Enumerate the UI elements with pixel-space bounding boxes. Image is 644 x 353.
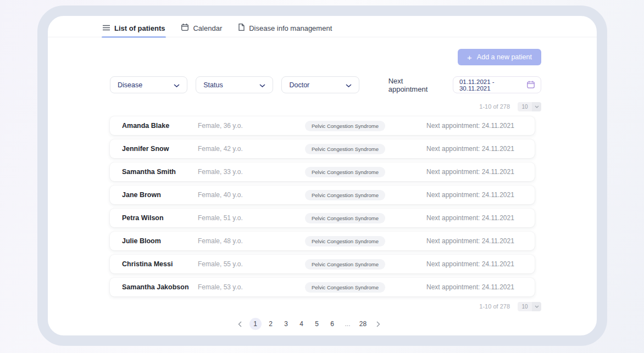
patient-appointment: Next appointment: 24.11.2021: [411, 237, 535, 245]
patient-name: Jennifer Snow: [122, 145, 198, 153]
patient-info: Female, 36 y.o.: [198, 122, 279, 130]
patient-info: Female, 55 y.o.: [198, 260, 279, 268]
next-page-button[interactable]: [373, 318, 385, 330]
page-size-value: 10: [518, 102, 532, 111]
patient-name: Jane Brown: [122, 191, 198, 199]
patient-name: Amanda Blake: [122, 122, 198, 130]
calendar-icon: [527, 81, 535, 89]
patient-info: Female, 53 y.o.: [198, 283, 279, 291]
results-range-text: 1-10 of 278: [479, 103, 510, 110]
doctor-filter-dropdown[interactable]: Doctor: [281, 76, 359, 93]
tab-disease-info-management[interactable]: Disease info management: [238, 19, 332, 37]
patient-row[interactable]: Julie Bloom Female, 48 y.o. Pelvic Conge…: [110, 232, 535, 250]
patient-name: Julie Bloom: [122, 237, 198, 245]
patient-name: Petra Wilson: [122, 214, 198, 222]
next-appointment-label: Next appointment: [388, 77, 444, 93]
disease-badge: Pelvic Congestion Syndrome: [305, 144, 385, 154]
patient-row[interactable]: Christina Messi Female, 55 y.o. Pelvic C…: [110, 255, 535, 273]
page-button-5[interactable]: 5: [311, 318, 323, 330]
calendar-icon: [181, 24, 188, 32]
list-icon: [103, 24, 110, 32]
results-range-text: 1-10 of 278: [479, 303, 510, 310]
page-button-28[interactable]: 28: [357, 318, 369, 330]
disease-badge: Pelvic Congestion Syndrome: [305, 167, 385, 177]
patient-row[interactable]: Samantha Smith Female, 33 y.o. Pelvic Co…: [110, 163, 535, 181]
disease-badge: Pelvic Congestion Syndrome: [305, 190, 385, 200]
disease-filter-label: Disease: [118, 81, 142, 89]
status-filter-label: Status: [203, 81, 223, 89]
patient-row[interactable]: Jane Brown Female, 40 y.o. Pelvic Conges…: [110, 186, 535, 204]
disease-badge: Pelvic Congestion Syndrome: [305, 282, 385, 293]
tab-bar: List of patients Calendar Disease inf: [48, 19, 597, 37]
document-icon: [238, 24, 245, 32]
patient-row[interactable]: Jennifer Snow Female, 42 y.o. Pelvic Con…: [110, 139, 535, 158]
patient-appointment: Next appointment: 24.11.2021: [411, 145, 535, 153]
chevron-down-icon: [532, 302, 541, 311]
chevron-down-icon: [259, 81, 265, 89]
patient-row[interactable]: Petra Wilson Female, 51 y.o. Pelvic Cong…: [110, 209, 535, 227]
pagination: 1 2 3 4 5 6 ... 28: [77, 318, 541, 330]
page-button-2[interactable]: 2: [265, 318, 277, 330]
app-window: List of patients Calendar Disease inf: [37, 5, 607, 346]
chevron-down-icon: [174, 81, 180, 89]
disease-badge: Pelvic Congestion Syndrome: [305, 236, 385, 246]
tab-label: Calendar: [193, 24, 222, 32]
pagination-ellipsis: ...: [342, 318, 354, 330]
patient-row[interactable]: Samantha Jakobson Female, 53 y.o. Pelvic…: [110, 278, 535, 296]
patient-appointment: Next appointment: 24.11.2021: [411, 191, 535, 199]
plus-icon: +: [467, 53, 472, 61]
patient-appointment: Next appointment: 24.11.2021: [411, 168, 535, 176]
patient-info: Female, 51 y.o.: [198, 214, 279, 222]
patient-appointment: Next appointment: 24.11.2021: [411, 283, 535, 291]
disease-filter-dropdown[interactable]: Disease: [110, 76, 187, 93]
page-button-4[interactable]: 4: [296, 318, 308, 330]
doctor-filter-label: Doctor: [289, 81, 309, 89]
patient-info: Female, 33 y.o.: [198, 168, 279, 176]
patient-name: Samantha Jakobson: [122, 283, 198, 291]
disease-badge: Pelvic Congestion Syndrome: [305, 213, 385, 223]
page-button-1[interactable]: 1: [249, 318, 262, 330]
patient-info: Female, 40 y.o.: [198, 191, 279, 199]
tab-calendar[interactable]: Calendar: [181, 19, 222, 37]
page-button-6[interactable]: 6: [326, 318, 338, 330]
tab-list-of-patients[interactable]: List of patients: [103, 19, 165, 37]
tab-label: Disease info management: [249, 24, 332, 32]
patient-appointment: Next appointment: 24.11.2021: [411, 214, 535, 222]
list-meta-top: 1-10 of 278 10: [110, 102, 541, 111]
patient-appointment: Next appointment: 24.11.2021: [411, 260, 535, 268]
date-range-picker[interactable]: 01.11.2021 - 30.11.2021: [453, 76, 541, 93]
patient-name: Christina Messi: [122, 260, 198, 268]
page-button-3[interactable]: 3: [280, 318, 292, 330]
toolbar: + Add a new patient: [110, 49, 541, 65]
patient-info: Female, 42 y.o.: [198, 145, 279, 153]
page-size-select[interactable]: 10: [518, 102, 541, 111]
disease-badge: Pelvic Congestion Syndrome: [305, 121, 385, 131]
chevron-down-icon: [346, 81, 352, 89]
patient-name: Samantha Smith: [122, 168, 198, 176]
disease-badge: Pelvic Congestion Syndrome: [305, 259, 385, 270]
add-button-label: Add a new patient: [477, 53, 532, 61]
page-size-value: 10: [518, 302, 532, 311]
filter-bar: Disease Status Doctor: [110, 76, 541, 93]
list-meta-bottom: 1-10 of 278 10: [110, 301, 541, 311]
previous-page-button[interactable]: [234, 318, 246, 330]
patient-row[interactable]: Amanda Blake Female, 36 y.o. Pelvic Cong…: [110, 116, 535, 135]
tab-label: List of patients: [114, 24, 165, 32]
chevron-down-icon: [532, 102, 541, 111]
patient-appointment: Next appointment: 24.11.2021: [411, 122, 535, 130]
date-range-value: 01.11.2021 - 30.11.2021: [459, 79, 527, 92]
patient-info: Female, 48 y.o.: [198, 237, 279, 245]
page-size-select[interactable]: 10: [518, 302, 541, 311]
add-new-patient-button[interactable]: + Add a new patient: [458, 49, 541, 65]
status-filter-dropdown[interactable]: Status: [196, 76, 273, 93]
patient-list: Amanda Blake Female, 36 y.o. Pelvic Cong…: [110, 116, 535, 296]
